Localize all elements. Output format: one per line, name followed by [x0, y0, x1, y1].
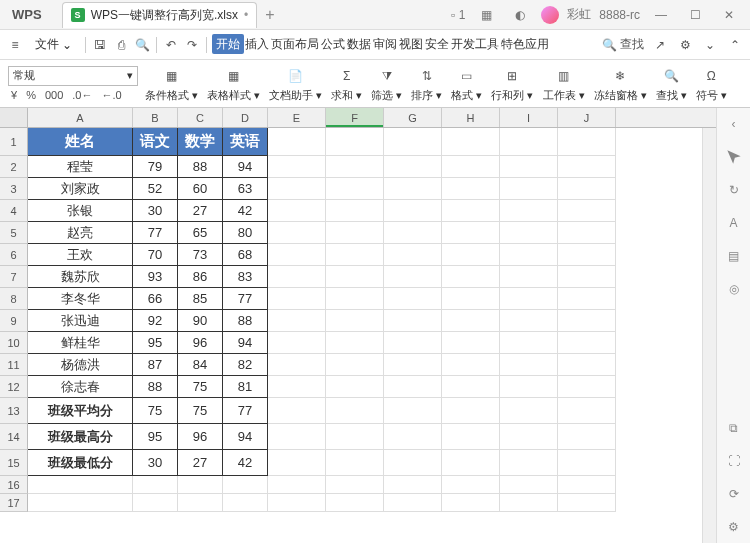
cell-H15[interactable]: [442, 450, 500, 476]
cell-B17[interactable]: [133, 494, 178, 512]
cell-F16[interactable]: [326, 476, 384, 494]
cell-I6[interactable]: [500, 244, 558, 266]
cell-A1[interactable]: 姓名: [28, 128, 133, 156]
cell-E3[interactable]: [268, 178, 326, 200]
cell-I16[interactable]: [500, 476, 558, 494]
cell-J9[interactable]: [558, 310, 616, 332]
layout-icon[interactable]: ▤: [724, 246, 744, 266]
cell-D8[interactable]: 77: [223, 288, 268, 310]
cell-A15[interactable]: 班级最低分: [28, 450, 133, 476]
cell-E7[interactable]: [268, 266, 326, 288]
cell-G11[interactable]: [384, 354, 442, 376]
cell-C3[interactable]: 60: [178, 178, 223, 200]
cell-G3[interactable]: [384, 178, 442, 200]
file-menu[interactable]: 文件 ⌄: [27, 33, 80, 56]
cell-G9[interactable]: [384, 310, 442, 332]
cell-G17[interactable]: [384, 494, 442, 512]
close-tab-icon[interactable]: •: [244, 8, 248, 22]
cell-H9[interactable]: [442, 310, 500, 332]
grid-icon[interactable]: ▦: [473, 5, 499, 25]
col-header-F[interactable]: F: [326, 108, 384, 127]
col-header-G[interactable]: G: [384, 108, 442, 127]
col-header-I[interactable]: I: [500, 108, 558, 127]
cell-A13[interactable]: 班级平均分: [28, 398, 133, 424]
menu-tab-审阅[interactable]: 审阅: [372, 34, 398, 54]
cell-G6[interactable]: [384, 244, 442, 266]
cell-E12[interactable]: [268, 376, 326, 398]
cell-H13[interactable]: [442, 398, 500, 424]
cell-F15[interactable]: [326, 450, 384, 476]
cell-I10[interactable]: [500, 332, 558, 354]
cell-H14[interactable]: [442, 424, 500, 450]
cell-H6[interactable]: [442, 244, 500, 266]
row-header[interactable]: 9: [0, 310, 28, 332]
cell-B11[interactable]: 87: [133, 354, 178, 376]
preview-icon[interactable]: 🔍: [133, 36, 151, 54]
currency-button[interactable]: ¥: [8, 88, 20, 102]
cell-H4[interactable]: [442, 200, 500, 222]
row-header[interactable]: 13: [0, 398, 28, 424]
cell-C1[interactable]: 数学: [178, 128, 223, 156]
cell-H12[interactable]: [442, 376, 500, 398]
save-icon[interactable]: 🖫: [91, 36, 109, 54]
ribbon-冻结窗格[interactable]: ❄冻结窗格 ▾: [591, 65, 650, 103]
expand-icon[interactable]: ⛶: [724, 451, 744, 471]
side-collapse-icon[interactable]: ‹: [724, 114, 744, 134]
cell-C15[interactable]: 27: [178, 450, 223, 476]
cell-D3[interactable]: 63: [223, 178, 268, 200]
cell-H7[interactable]: [442, 266, 500, 288]
cell-A12[interactable]: 徐志春: [28, 376, 133, 398]
refresh-icon[interactable]: ⟳: [724, 484, 744, 504]
theme-icon[interactable]: ◐: [507, 5, 533, 25]
cell-D6[interactable]: 68: [223, 244, 268, 266]
cell-I4[interactable]: [500, 200, 558, 222]
cell-D17[interactable]: [223, 494, 268, 512]
cell-I13[interactable]: [500, 398, 558, 424]
cell-B15[interactable]: 30: [133, 450, 178, 476]
cell-C17[interactable]: [178, 494, 223, 512]
camera-icon[interactable]: ◎: [724, 279, 744, 299]
cell-C9[interactable]: 90: [178, 310, 223, 332]
cell-F10[interactable]: [326, 332, 384, 354]
menu-tab-特色应用[interactable]: 特色应用: [500, 34, 550, 54]
cell-B7[interactable]: 93: [133, 266, 178, 288]
cell-E6[interactable]: [268, 244, 326, 266]
cell-J2[interactable]: [558, 156, 616, 178]
menu-tab-安全[interactable]: 安全: [424, 34, 450, 54]
cell-F2[interactable]: [326, 156, 384, 178]
cell-E1[interactable]: [268, 128, 326, 156]
cell-B2[interactable]: 79: [133, 156, 178, 178]
cell-B10[interactable]: 95: [133, 332, 178, 354]
cell-E5[interactable]: [268, 222, 326, 244]
collapse-ribbon-icon[interactable]: ⌃: [726, 36, 744, 54]
cell-J14[interactable]: [558, 424, 616, 450]
ribbon-条件格式[interactable]: ▦条件格式 ▾: [142, 65, 201, 103]
reload-icon[interactable]: ↻: [724, 180, 744, 200]
cell-D1[interactable]: 英语: [223, 128, 268, 156]
number-format-select[interactable]: 常规▾: [8, 66, 138, 86]
close-button[interactable]: ✕: [716, 5, 742, 25]
row-header[interactable]: 2: [0, 156, 28, 178]
cell-J12[interactable]: [558, 376, 616, 398]
cell-D2[interactable]: 94: [223, 156, 268, 178]
cell-B14[interactable]: 95: [133, 424, 178, 450]
cell-J11[interactable]: [558, 354, 616, 376]
text-icon[interactable]: A: [724, 213, 744, 233]
maximize-button[interactable]: ☐: [682, 5, 708, 25]
ribbon-排序[interactable]: ⇅排序 ▾: [408, 65, 445, 103]
cell-C10[interactable]: 96: [178, 332, 223, 354]
cell-B6[interactable]: 70: [133, 244, 178, 266]
cell-C2[interactable]: 88: [178, 156, 223, 178]
cell-J5[interactable]: [558, 222, 616, 244]
cell-E11[interactable]: [268, 354, 326, 376]
cell-A4[interactable]: 张银: [28, 200, 133, 222]
cell-B8[interactable]: 66: [133, 288, 178, 310]
print-icon[interactable]: ⎙: [112, 36, 130, 54]
row-header[interactable]: 12: [0, 376, 28, 398]
cell-A17[interactable]: [28, 494, 133, 512]
avatar[interactable]: [541, 6, 559, 24]
cell-J13[interactable]: [558, 398, 616, 424]
cell-I12[interactable]: [500, 376, 558, 398]
cell-D10[interactable]: 94: [223, 332, 268, 354]
select-all-corner[interactable]: [0, 108, 28, 127]
